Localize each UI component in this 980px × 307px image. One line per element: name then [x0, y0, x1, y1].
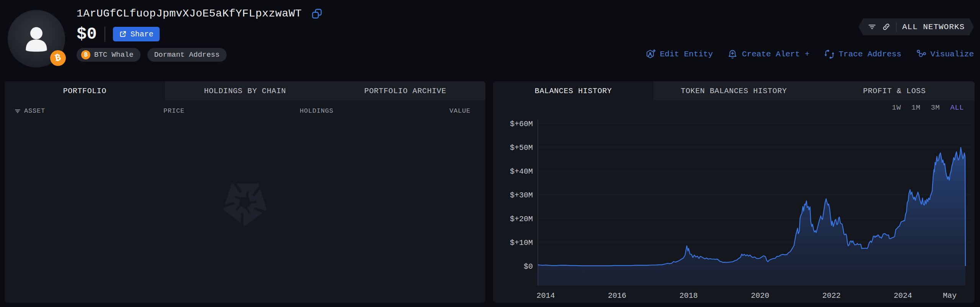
divider — [896, 22, 897, 31]
range-all[interactable]: ALL — [950, 103, 964, 112]
create-alert-button[interactable]: Create Alert + — [727, 49, 809, 59]
link-icon — [882, 23, 890, 31]
address-title: 1ArUGfCLfuopJpmvXJoE5aKfYFLpxzwaWT — [77, 8, 302, 20]
all-networks-label: ALL NETWORKS — [902, 23, 965, 31]
edit-entity-icon — [645, 49, 656, 59]
column-header-asset[interactable]: ASSET — [15, 107, 163, 115]
share-button[interactable]: Share — [113, 27, 160, 41]
arkham-watermark-icon — [217, 176, 273, 231]
trace-icon — [824, 49, 835, 59]
column-header-price: PRICE — [163, 107, 300, 115]
svg-text:$+50M: $+50M — [510, 143, 533, 152]
svg-text:$+60M: $+60M — [510, 120, 533, 128]
chart-y-axis-labels: $+60M$+50M$+40M$+30M$+20M$+10M$0 — [510, 120, 533, 271]
arkham-address-page: ₿ 1ArUGfCLfuopJpmvXJoE5aKfYFLpxzwaWT $0 — [0, 0, 980, 307]
svg-text:2024: 2024 — [894, 291, 912, 300]
svg-text:$+30M: $+30M — [510, 191, 533, 200]
divider — [105, 26, 105, 42]
visualize-icon — [916, 49, 926, 59]
balances-history-chart[interactable]: $+60M$+50M$+40M$+30M$+20M$+10M$020142016… — [493, 81, 975, 303]
svg-text:2018: 2018 — [679, 291, 698, 300]
filter-icon — [868, 23, 876, 31]
tab-portfolio-archive[interactable]: PORTFOLIO ARCHIVE — [325, 81, 485, 100]
portfolio-panel-tabs: PORTFOLIO HOLDINGS BY CHAIN PORTFOLIO AR… — [5, 81, 485, 100]
tags-row: ₿ BTC Whale Dormant Address — [77, 48, 322, 62]
range-1m[interactable]: 1M — [911, 103, 921, 112]
btc-icon: ₿ — [81, 50, 90, 59]
tab-token-balances-history[interactable]: TOKEN BALANCES HISTORY — [653, 81, 814, 100]
actions-row: Edit Entity Create Alert + — [645, 49, 974, 59]
edit-entity-button[interactable]: Edit Entity — [645, 49, 713, 59]
svg-text:$+10M: $+10M — [510, 238, 533, 247]
time-range-selector: 1W 1M 3M ALL — [892, 103, 964, 112]
svg-text:May: May — [943, 291, 957, 300]
portfolio-panel: PORTFOLIO HOLDINGS BY CHAIN PORTFOLIO AR… — [5, 81, 485, 303]
bell-plus-icon — [727, 49, 738, 59]
balance-area-fill — [538, 148, 965, 286]
header-title-block: 1ArUGfCLfuopJpmvXJoE5aKfYFLpxzwaWT $0 Sh… — [77, 8, 322, 62]
svg-text:$+20M: $+20M — [510, 215, 533, 223]
filter-funnel-icon — [15, 108, 21, 114]
btc-symbol: ₿ — [54, 53, 62, 64]
visualize-button[interactable]: Visualize — [916, 49, 974, 59]
column-header-value: VALUE — [449, 107, 470, 115]
svg-text:$+40M: $+40M — [510, 167, 533, 176]
range-1w[interactable]: 1W — [892, 103, 901, 112]
balances-panel: BALANCES HISTORY TOKEN BALANCES HISTORY … — [493, 81, 975, 303]
person-icon — [21, 23, 52, 54]
portfolio-balance: $0 — [77, 25, 97, 44]
tag-dormant-address[interactable]: Dormant Address — [147, 48, 227, 62]
trace-address-button[interactable]: Trace Address — [824, 49, 902, 59]
portfolio-table-header: ASSET PRICE HOLDINGS VALUE — [5, 107, 485, 115]
copy-address-icon[interactable] — [312, 8, 322, 19]
balances-panel-tabs: BALANCES HISTORY TOKEN BALANCES HISTORY … — [493, 81, 975, 100]
external-link-icon — [119, 30, 127, 38]
svg-text:2014: 2014 — [536, 291, 555, 300]
tab-profit-loss[interactable]: PROFIT & LOSS — [814, 81, 975, 100]
share-button-label: Share — [131, 30, 154, 39]
tag-btc-whale[interactable]: ₿ BTC Whale — [77, 48, 140, 62]
tab-portfolio[interactable]: PORTFOLIO — [5, 81, 165, 100]
range-3m[interactable]: 3M — [931, 103, 940, 112]
svg-text:$0: $0 — [524, 262, 533, 271]
svg-text:2016: 2016 — [608, 291, 626, 300]
svg-text:2022: 2022 — [822, 291, 841, 300]
chart-x-axis-labels: 201420162018202020222024May — [536, 291, 956, 300]
svg-text:2020: 2020 — [751, 291, 769, 300]
tab-holdings-by-chain[interactable]: HOLDINGS BY CHAIN — [165, 81, 325, 100]
column-header-holdings: HOLDINGS — [300, 107, 449, 115]
all-networks-selector[interactable]: ALL NETWORKS — [859, 18, 974, 35]
tab-balances-history[interactable]: BALANCES HISTORY — [493, 81, 653, 100]
btc-chain-badge: ₿ — [50, 50, 66, 66]
